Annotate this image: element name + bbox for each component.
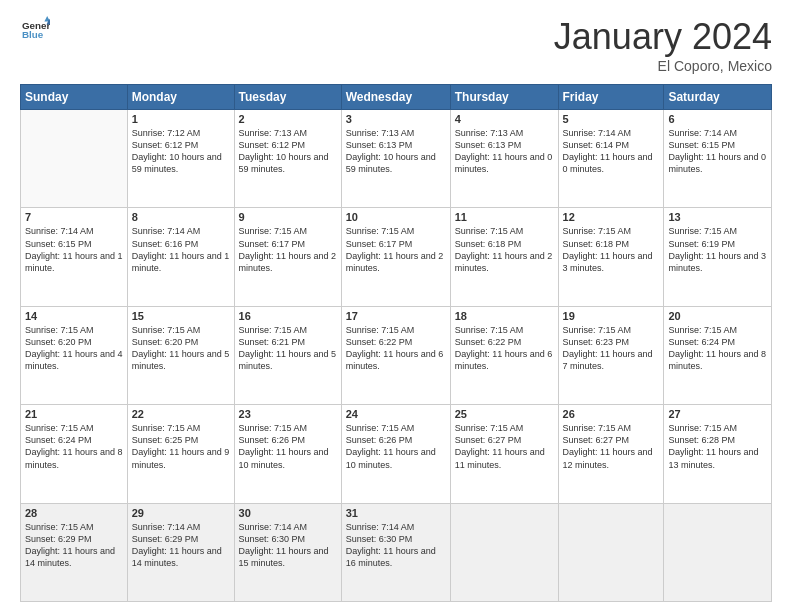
cell-week5-day4 [450,503,558,601]
day-number: 13 [668,211,767,223]
cell-info: Sunrise: 7:15 AMSunset: 6:24 PMDaylight:… [668,325,766,371]
cell-info: Sunrise: 7:14 AMSunset: 6:30 PMDaylight:… [346,522,436,568]
day-number: 5 [563,113,660,125]
header: General Blue January 2024 El Coporo, Mex… [20,16,772,74]
day-number: 11 [455,211,554,223]
week-row-3: 14Sunrise: 7:15 AMSunset: 6:20 PMDayligh… [21,306,772,404]
calendar-page: General Blue January 2024 El Coporo, Mex… [0,0,792,612]
cell-week2-day2: 9Sunrise: 7:15 AMSunset: 6:17 PMDaylight… [234,208,341,306]
cell-week3-day6: 20Sunrise: 7:15 AMSunset: 6:24 PMDayligh… [664,306,772,404]
cell-info: Sunrise: 7:15 AMSunset: 6:26 PMDaylight:… [239,423,329,469]
day-number: 28 [25,507,123,519]
cell-week4-day5: 26Sunrise: 7:15 AMSunset: 6:27 PMDayligh… [558,405,664,503]
cell-week4-day1: 22Sunrise: 7:15 AMSunset: 6:25 PMDayligh… [127,405,234,503]
cell-info: Sunrise: 7:15 AMSunset: 6:18 PMDaylight:… [563,226,653,272]
cell-week1-day4: 4Sunrise: 7:13 AMSunset: 6:13 PMDaylight… [450,110,558,208]
cell-info: Sunrise: 7:15 AMSunset: 6:17 PMDaylight:… [346,226,444,272]
logo-icon: General Blue [22,16,50,44]
header-friday: Friday [558,85,664,110]
day-number: 16 [239,310,337,322]
location: El Coporo, Mexico [554,58,772,74]
day-number: 23 [239,408,337,420]
header-sunday: Sunday [21,85,128,110]
cell-info: Sunrise: 7:15 AMSunset: 6:20 PMDaylight:… [132,325,230,371]
week-row-1: 1Sunrise: 7:12 AMSunset: 6:12 PMDaylight… [21,110,772,208]
day-number: 20 [668,310,767,322]
header-thursday: Thursday [450,85,558,110]
day-number: 4 [455,113,554,125]
cell-week5-day3: 31Sunrise: 7:14 AMSunset: 6:30 PMDayligh… [341,503,450,601]
day-number: 26 [563,408,660,420]
cell-info: Sunrise: 7:15 AMSunset: 6:23 PMDaylight:… [563,325,653,371]
day-number: 7 [25,211,123,223]
cell-week4-day3: 24Sunrise: 7:15 AMSunset: 6:26 PMDayligh… [341,405,450,503]
calendar-table: Sunday Monday Tuesday Wednesday Thursday… [20,84,772,602]
cell-info: Sunrise: 7:15 AMSunset: 6:27 PMDaylight:… [455,423,545,469]
cell-info: Sunrise: 7:15 AMSunset: 6:27 PMDaylight:… [563,423,653,469]
cell-week5-day1: 29Sunrise: 7:14 AMSunset: 6:29 PMDayligh… [127,503,234,601]
cell-week5-day5 [558,503,664,601]
day-number: 3 [346,113,446,125]
cell-week3-day4: 18Sunrise: 7:15 AMSunset: 6:22 PMDayligh… [450,306,558,404]
cell-info: Sunrise: 7:14 AMSunset: 6:15 PMDaylight:… [25,226,123,272]
cell-week5-day6 [664,503,772,601]
cell-info: Sunrise: 7:15 AMSunset: 6:21 PMDaylight:… [239,325,337,371]
cell-week3-day3: 17Sunrise: 7:15 AMSunset: 6:22 PMDayligh… [341,306,450,404]
cell-week1-day2: 2Sunrise: 7:13 AMSunset: 6:12 PMDaylight… [234,110,341,208]
header-wednesday: Wednesday [341,85,450,110]
day-number: 18 [455,310,554,322]
day-number: 1 [132,113,230,125]
cell-info: Sunrise: 7:15 AMSunset: 6:29 PMDaylight:… [25,522,115,568]
cell-info: Sunrise: 7:15 AMSunset: 6:28 PMDaylight:… [668,423,758,469]
cell-info: Sunrise: 7:15 AMSunset: 6:26 PMDaylight:… [346,423,436,469]
day-number: 12 [563,211,660,223]
cell-week1-day5: 5Sunrise: 7:14 AMSunset: 6:14 PMDaylight… [558,110,664,208]
cell-week2-day3: 10Sunrise: 7:15 AMSunset: 6:17 PMDayligh… [341,208,450,306]
cell-week4-day2: 23Sunrise: 7:15 AMSunset: 6:26 PMDayligh… [234,405,341,503]
cell-week5-day0: 28Sunrise: 7:15 AMSunset: 6:29 PMDayligh… [21,503,128,601]
week-row-5: 28Sunrise: 7:15 AMSunset: 6:29 PMDayligh… [21,503,772,601]
month-title: January 2024 [554,16,772,58]
cell-info: Sunrise: 7:15 AMSunset: 6:18 PMDaylight:… [455,226,553,272]
cell-week3-day2: 16Sunrise: 7:15 AMSunset: 6:21 PMDayligh… [234,306,341,404]
day-number: 6 [668,113,767,125]
cell-week4-day4: 25Sunrise: 7:15 AMSunset: 6:27 PMDayligh… [450,405,558,503]
day-number: 22 [132,408,230,420]
cell-week5-day2: 30Sunrise: 7:14 AMSunset: 6:30 PMDayligh… [234,503,341,601]
day-number: 9 [239,211,337,223]
cell-info: Sunrise: 7:14 AMSunset: 6:15 PMDaylight:… [668,128,766,174]
cell-week2-day6: 13Sunrise: 7:15 AMSunset: 6:19 PMDayligh… [664,208,772,306]
title-block: January 2024 El Coporo, Mexico [554,16,772,74]
logo: General Blue [20,16,50,44]
week-row-2: 7Sunrise: 7:14 AMSunset: 6:15 PMDaylight… [21,208,772,306]
day-number: 17 [346,310,446,322]
cell-week3-day1: 15Sunrise: 7:15 AMSunset: 6:20 PMDayligh… [127,306,234,404]
cell-week1-day0 [21,110,128,208]
day-number: 19 [563,310,660,322]
day-number: 25 [455,408,554,420]
cell-week2-day4: 11Sunrise: 7:15 AMSunset: 6:18 PMDayligh… [450,208,558,306]
cell-week4-day6: 27Sunrise: 7:15 AMSunset: 6:28 PMDayligh… [664,405,772,503]
cell-info: Sunrise: 7:15 AMSunset: 6:25 PMDaylight:… [132,423,230,469]
cell-week2-day5: 12Sunrise: 7:15 AMSunset: 6:18 PMDayligh… [558,208,664,306]
day-number: 2 [239,113,337,125]
cell-week1-day1: 1Sunrise: 7:12 AMSunset: 6:12 PMDaylight… [127,110,234,208]
header-saturday: Saturday [664,85,772,110]
cell-info: Sunrise: 7:15 AMSunset: 6:24 PMDaylight:… [25,423,123,469]
day-number: 8 [132,211,230,223]
cell-info: Sunrise: 7:15 AMSunset: 6:19 PMDaylight:… [668,226,766,272]
day-number: 31 [346,507,446,519]
cell-week1-day3: 3Sunrise: 7:13 AMSunset: 6:13 PMDaylight… [341,110,450,208]
cell-week2-day0: 7Sunrise: 7:14 AMSunset: 6:15 PMDaylight… [21,208,128,306]
cell-info: Sunrise: 7:14 AMSunset: 6:16 PMDaylight:… [132,226,230,272]
day-number: 24 [346,408,446,420]
svg-text:Blue: Blue [22,29,44,40]
day-number: 29 [132,507,230,519]
day-number: 10 [346,211,446,223]
day-number: 21 [25,408,123,420]
day-number: 30 [239,507,337,519]
cell-info: Sunrise: 7:14 AMSunset: 6:29 PMDaylight:… [132,522,222,568]
cell-week2-day1: 8Sunrise: 7:14 AMSunset: 6:16 PMDaylight… [127,208,234,306]
cell-info: Sunrise: 7:15 AMSunset: 6:22 PMDaylight:… [346,325,444,371]
cell-info: Sunrise: 7:15 AMSunset: 6:22 PMDaylight:… [455,325,553,371]
